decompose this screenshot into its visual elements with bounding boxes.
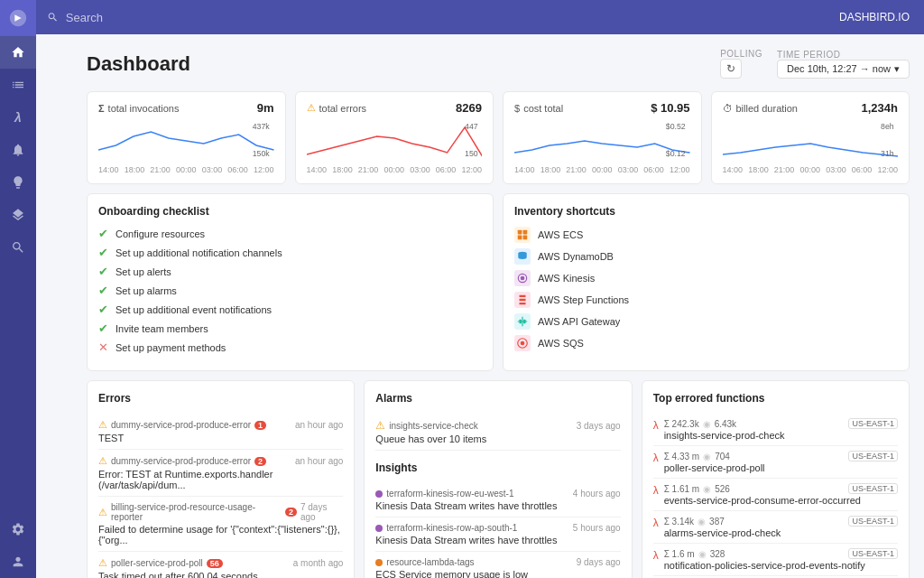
insight-item-0[interactable]: terraform-kinesis-row-eu-west-1 4 hours … (375, 483, 620, 517)
time-period-section: TIME PERIOD Dec 10th, 12:27 → now ▾ (777, 50, 910, 79)
sidebar-item-list[interactable] (0, 69, 36, 101)
metric-billed-duration[interactable]: ⏱ billed duration 1,234h 8eh 31h 14:0018… (711, 91, 910, 184)
inventory-sqs[interactable]: AWS SQS (514, 335, 898, 351)
bottom-row: Errors ⚠ dummy-service-prod-produce-erro… (87, 380, 910, 578)
metric-title-cost: $ cost total (514, 103, 563, 114)
svg-text:150k: 150k (253, 149, 271, 158)
brand-label[interactable]: DASHBIRD.IO (839, 11, 924, 23)
app-logo[interactable] (0, 0, 36, 36)
lambda-error-icon-4: λ (653, 549, 659, 562)
onboarding-title: Onboarding checklist (98, 205, 482, 218)
insights-title: Insights (375, 461, 620, 474)
metric-chart-cost: $0.52 $0.12 (514, 118, 690, 163)
sidebar-item-search[interactable] (0, 231, 36, 264)
svg-text:447: 447 (465, 122, 478, 131)
checklist-item-5: ✔Invite team members (98, 322, 482, 335)
page-header: Dashboard POLLING ↻ TIME PERIOD Dec 10th… (87, 49, 910, 79)
sidebar-item-insights[interactable] (0, 166, 36, 199)
polling-label: POLLING (720, 49, 762, 59)
errors-panel: Errors ⚠ dummy-service-prod-produce-erro… (87, 380, 355, 578)
refresh-button[interactable]: ↻ (720, 59, 742, 79)
svg-rect-16 (523, 320, 525, 324)
func-errored-0[interactable]: λ Σ 242.3k◉6.43kUS-EAST-1 insights-servi… (653, 414, 898, 446)
inventory-title: Inventory shortcuts (514, 205, 898, 218)
metric-chart-duration: 8eh 31h (723, 118, 899, 163)
sidebar-item-lambda[interactable]: λ (0, 101, 36, 134)
insight-item-2[interactable]: resource-lambda-tags 9 days ago ECS Serv… (375, 552, 620, 578)
search-box[interactable] (36, 0, 289, 34)
func-errored-3[interactable]: λ Σ 3.14k◉387US-EAST-1 alarms-service-pr… (653, 511, 898, 544)
alarm-item-0[interactable]: ⚠ insights-service-check 3 days ago Queu… (375, 414, 620, 451)
metric-chart-errors: 447 150 (307, 118, 483, 163)
errors-title: Errors (98, 392, 343, 405)
sidebar-item-settings[interactable] (0, 513, 36, 545)
inventory-step-functions[interactable]: AWS Step Functions (514, 292, 898, 308)
lambda-error-icon: λ (653, 419, 659, 432)
inventory-ecs[interactable]: AWS ECS (514, 227, 898, 243)
func-errored-1[interactable]: λ Σ 4.33 m◉704US-EAST-1 poller-service-p… (653, 446, 898, 479)
time-period-label: TIME PERIOD (777, 50, 910, 60)
svg-point-18 (521, 341, 525, 346)
time-period-button[interactable]: Dec 10th, 12:27 → now ▾ (777, 60, 910, 79)
metric-cost-total[interactable]: $ cost total $ 10.95 $0.52 $0.12 14:0018… (503, 91, 702, 184)
error-item-3[interactable]: ⚠ poller-service-prod-poll 56 a month ag… (98, 552, 343, 578)
sidebar: λ (0, 0, 36, 578)
inventory-dynamodb[interactable]: AWS DynamoDB (514, 248, 898, 265)
chevron-down-icon: ▾ (894, 63, 900, 75)
checklist-item-0: ✔Configure resources (98, 227, 482, 240)
sidebar-item-layers[interactable] (0, 199, 36, 231)
header-controls: POLLING ↻ TIME PERIOD Dec 10th, 12:27 → … (720, 49, 910, 79)
polling-section: POLLING ↻ (720, 49, 762, 79)
insights-section: Insights terraform-kinesis-row-eu-west-1… (375, 461, 620, 578)
metric-value-cost: $ 10.95 (651, 101, 689, 115)
func-errored-2[interactable]: λ Σ 1.61 m◉526US-EAST-1 events-service-p… (653, 479, 898, 511)
inventory-api-gateway[interactable]: AWS API Gateway (514, 313, 898, 330)
top-errored-title: Top errored functions (653, 392, 898, 405)
sidebar-item-alerts[interactable] (0, 134, 36, 166)
inventory-card: Inventory shortcuts AWS ECS AWS DynamoDB… (503, 193, 910, 371)
inventory-kinesis[interactable]: AWS Kinesis (514, 270, 898, 286)
functions-panel: Top errored functions λ Σ 242.3k◉6.43kUS… (642, 380, 910, 578)
checklist-item-4: ✔Set up additional event notifications (98, 303, 482, 316)
metric-value-invocations: 9m (257, 101, 274, 115)
alarms-insights-panel: Alarms ⚠ insights-service-check 3 days a… (364, 380, 632, 578)
svg-point-13 (521, 276, 525, 281)
svg-text:437k: 437k (253, 122, 271, 131)
search-icon (47, 11, 59, 23)
svg-text:$0.12: $0.12 (666, 149, 686, 158)
topbar: DASHBIRD.IO (36, 0, 924, 34)
svg-text:31h: 31h (881, 149, 894, 158)
checklist-item-3: ✔Set up alarms (98, 284, 482, 297)
checklist-item-6: ✕Set up payment methods (98, 340, 482, 354)
error-item-0[interactable]: ⚠ dummy-service-prod-produce-error 1 an … (98, 414, 343, 450)
metrics-row: Σ total invocations 9m 437k 150k 14:0018… (87, 91, 910, 184)
onboarding-card: Onboarding checklist ✔Configure resource… (87, 193, 494, 371)
error-item-1[interactable]: ⚠ dummy-service-prod-produce-error 2 an … (98, 450, 343, 497)
metric-value-errors: 8269 (456, 101, 482, 115)
metric-title-duration: ⏱ billed duration (723, 103, 799, 114)
metric-title-errors: ⚠ total errors (307, 102, 367, 114)
error-item-2[interactable]: ⚠ billing-service-prod-resource-usage-re… (98, 497, 343, 552)
svg-rect-10 (518, 236, 522, 240)
metric-chart-invocations: 437k 150k (98, 118, 274, 163)
page-title: Dashboard (87, 52, 190, 76)
metric-total-invocations[interactable]: Σ total invocations 9m 437k 150k 14:0018… (87, 91, 286, 184)
svg-rect-15 (520, 320, 522, 324)
svg-text:$0.52: $0.52 (666, 122, 686, 131)
lambda-error-icon-1: λ (653, 452, 659, 464)
svg-text:8eh: 8eh (881, 122, 894, 131)
alarms-title: Alarms (375, 392, 620, 405)
func-errored-4[interactable]: λ Σ 1.6 m◉328US-EAST-1 notification-poli… (653, 544, 898, 576)
svg-text:150: 150 (465, 149, 478, 158)
metric-value-duration: 1,234h (862, 101, 898, 115)
insight-item-1[interactable]: terraform-kinesis-row-ap-south-1 5 hours… (375, 517, 620, 552)
svg-rect-9 (523, 230, 528, 235)
checklist-item-2: ✔Set up alerts (98, 265, 482, 278)
sidebar-item-home[interactable] (0, 36, 36, 69)
search-input[interactable] (66, 11, 278, 24)
lambda-error-icon-3: λ (653, 517, 659, 529)
metric-total-errors[interactable]: ⚠ total errors 8269 447 150 14:0018:0021… (295, 91, 494, 184)
svg-rect-8 (518, 230, 522, 235)
main-content: Dashboard POLLING ↻ TIME PERIOD Dec 10th… (72, 34, 924, 578)
sidebar-item-user[interactable] (0, 545, 36, 578)
